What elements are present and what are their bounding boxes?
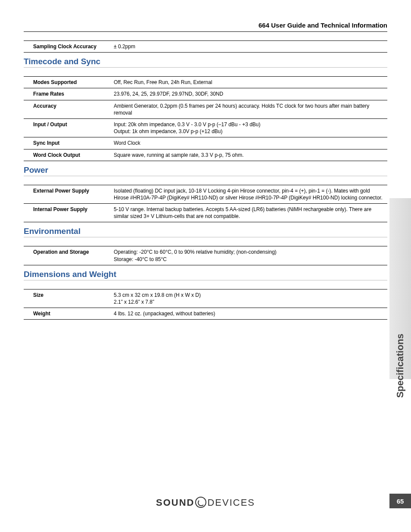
- spec-value: 5.3 cm x 32 cm x 19.8 cm (H x W x D) 2.1…: [112, 289, 387, 308]
- spec-value: Square wave, running at sample rate, 3.3…: [112, 149, 387, 161]
- spec-table: External Power SupplyIsolated (floating)…: [24, 185, 387, 223]
- side-tab: Specifications: [389, 198, 411, 379]
- spec-label: External Power Supply: [24, 185, 112, 203]
- spec-value: Word Clock: [112, 137, 387, 149]
- spec-value: 4 lbs. 12 oz. (unpackaged, without batte…: [112, 308, 387, 320]
- section-heading: Timecode and Sync: [24, 57, 387, 68]
- section-heading: Environmental: [24, 227, 387, 237]
- table-row: Modes SupportedOff, Rec Run, Free Run, 2…: [24, 77, 387, 88]
- page-header: 664 User Guide and Technical Information: [24, 22, 387, 32]
- spec-table: Modes SupportedOff, Rec Run, Free Run, 2…: [24, 76, 387, 161]
- spec-label: Internal Power Supply: [24, 204, 112, 222]
- top-spec-table: Sampling Clock Accuracy± 0.2ppm: [24, 40, 387, 53]
- table-row: Weight4 lbs. 12 oz. (unpackaged, without…: [24, 308, 387, 320]
- logo-swirl-icon: [195, 497, 206, 508]
- section-heading: Dimensions and Weight: [24, 270, 387, 280]
- spec-value: Input: 20k ohm impedance, 0.3 V - 3.0 V …: [112, 118, 387, 137]
- spec-label: Operation and Storage: [24, 246, 112, 265]
- table-row: Sync InputWord Clock: [24, 137, 387, 149]
- table-row: Frame Rates23.976, 24, 25, 29.97DF, 29.9…: [24, 88, 387, 100]
- spec-label: Frame Rates: [24, 88, 112, 100]
- side-tab-label: Specifications: [395, 333, 406, 398]
- table-row: Word Clock OutputSquare wave, running at…: [24, 149, 387, 161]
- spec-label: Weight: [24, 308, 112, 320]
- spec-label: Input / Output: [24, 118, 112, 137]
- logo-part2: DEVICES: [207, 497, 255, 508]
- table-row: Sampling Clock Accuracy± 0.2ppm: [24, 41, 387, 53]
- table-row: Internal Power Supply5-10 V range. Inter…: [24, 204, 387, 222]
- spec-table: Size5.3 cm x 32 cm x 19.8 cm (H x W x D)…: [24, 289, 387, 320]
- logo-part1: SOUND: [156, 497, 194, 508]
- spec-label: Accuracy: [24, 100, 112, 118]
- footer-logo: SOUNDDEVICES: [0, 497, 411, 508]
- spec-value: Isolated (floating) DC input jack, 10-18…: [112, 185, 387, 203]
- table-row: External Power SupplyIsolated (floating)…: [24, 185, 387, 203]
- spec-value: 5-10 V range. Internal backup batteries.…: [112, 204, 387, 222]
- spec-label: Modes Supported: [24, 77, 112, 88]
- table-row: Operation and StorageOperating: -20°C to…: [24, 246, 387, 265]
- table-row: Input / OutputInput: 20k ohm impedance, …: [24, 118, 387, 137]
- spec-value: Operating: -20°C to 60°C, 0 to 90% relat…: [112, 246, 387, 265]
- spec-label: Sampling Clock Accuracy: [24, 41, 112, 53]
- spec-value: Off, Rec Run, Free Run, 24h Run, Externa…: [112, 77, 387, 88]
- spec-label: Size: [24, 289, 112, 308]
- table-row: Size5.3 cm x 32 cm x 19.8 cm (H x W x D)…: [24, 289, 387, 308]
- spec-label: Word Clock Output: [24, 149, 112, 161]
- table-row: AccuracyAmbient Generator, 0.2ppm (0.5 f…: [24, 100, 387, 118]
- spec-value: ± 0.2ppm: [112, 41, 387, 53]
- spec-value: Ambient Generator, 0.2ppm (0.5 frames pe…: [112, 100, 387, 118]
- spec-label: Sync Input: [24, 137, 112, 149]
- spec-value: 23.976, 24, 25, 29.97DF, 29.97ND, 30DF, …: [112, 88, 387, 100]
- section-heading: Power: [24, 165, 387, 176]
- spec-table: Operation and StorageOperating: -20°C to…: [24, 246, 387, 265]
